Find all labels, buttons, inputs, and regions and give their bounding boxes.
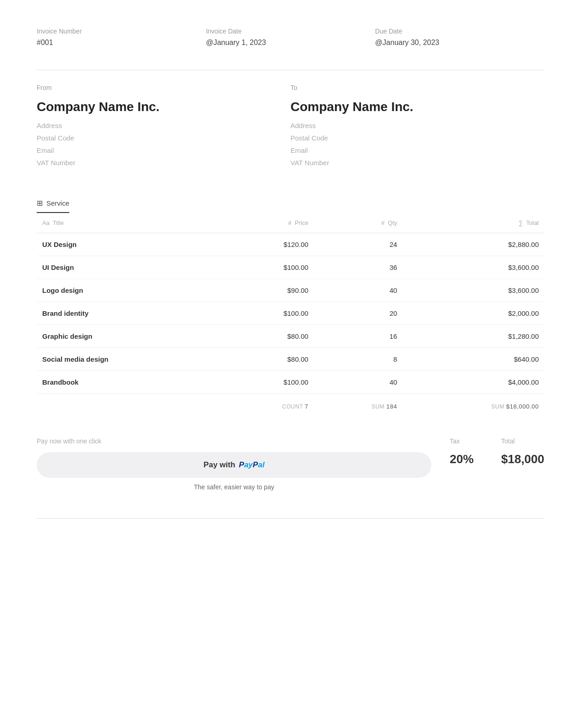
cell-price: $100.00	[223, 302, 314, 325]
table-row: Social media design $80.00 8 $640.00	[37, 348, 544, 371]
from-col: From Company Name Inc. Address Postal Co…	[37, 84, 290, 171]
cell-total: $640.00	[402, 348, 544, 371]
table-row: Brand identity $100.00 20 $2,000.00	[37, 302, 544, 325]
paypal-logo: PayPal	[239, 460, 265, 470]
col-price: # Price	[223, 213, 314, 233]
invoice-number-col: Invoice Number #001	[37, 28, 206, 47]
to-vat: VAT Number	[290, 159, 544, 167]
from-address: Address	[37, 122, 290, 129]
cell-total: $3,600.00	[402, 256, 544, 279]
cell-total: $4,000.00	[402, 371, 544, 394]
cell-qty: 16	[314, 325, 402, 348]
col-title: Aa Title	[37, 213, 223, 233]
header-divider	[37, 70, 544, 70]
cell-price: $100.00	[223, 371, 314, 394]
total-col: Total $18,000	[501, 437, 544, 466]
cell-qty: 8	[314, 348, 402, 371]
cell-title: UI Design	[37, 256, 223, 279]
cell-qty: 20	[314, 302, 402, 325]
cell-total: $2,000.00	[402, 302, 544, 325]
cell-qty: 40	[314, 371, 402, 394]
payment-left: Pay now with one click Pay with PayPal T…	[37, 437, 431, 491]
cell-title: Graphic design	[37, 325, 223, 348]
summary-row: COUNT 7 SUM 184 SUM $18,000.00	[37, 394, 544, 415]
paypal-button[interactable]: Pay with PayPal	[37, 452, 431, 478]
summary-qty: SUM 184	[314, 394, 402, 415]
cell-total: $2,880.00	[402, 233, 544, 256]
summary-empty	[37, 394, 223, 415]
payment-label: Pay now with one click	[37, 437, 431, 445]
payment-section: Pay now with one click Pay with PayPal T…	[37, 437, 544, 491]
from-vat: VAT Number	[37, 159, 290, 167]
invoice-due-label: Due Date	[375, 28, 544, 35]
to-address: Address	[290, 122, 544, 129]
service-table: Aa Title # Price # Qty ∑ Total UX Design…	[37, 213, 544, 414]
service-tab-label: Service	[46, 199, 69, 207]
cell-price: $80.00	[223, 348, 314, 371]
invoice-number-value: #001	[37, 39, 206, 47]
pay-with-text: Pay with	[204, 460, 235, 470]
to-email: Email	[290, 146, 544, 154]
table-icon: ⊞	[37, 199, 43, 207]
to-postal: Postal Code	[290, 134, 544, 142]
cell-total: $3,600.00	[402, 279, 544, 302]
to-company-name: Company Name Inc.	[290, 100, 544, 114]
summary-count: COUNT 7	[223, 394, 314, 415]
cell-title: Brand identity	[37, 302, 223, 325]
tax-label: Tax	[450, 437, 474, 445]
cell-price: $120.00	[223, 233, 314, 256]
service-tab: ⊞ Service	[37, 199, 69, 213]
invoice-number-label: Invoice Number	[37, 28, 206, 35]
payment-right: Tax 20% Total $18,000	[450, 437, 544, 466]
total-label: Total	[501, 437, 544, 445]
tax-value: 20%	[450, 452, 474, 466]
from-email: Email	[37, 146, 290, 154]
cell-price: $100.00	[223, 256, 314, 279]
cell-price: $90.00	[223, 279, 314, 302]
cell-title: UX Design	[37, 233, 223, 256]
invoice-date-value: @January 1, 2023	[206, 39, 375, 47]
cell-total: $1,280.00	[402, 325, 544, 348]
cell-price: $80.00	[223, 325, 314, 348]
table-header-row: Aa Title # Price # Qty ∑ Total	[37, 213, 544, 233]
table-row: Brandbook $100.00 40 $4,000.00	[37, 371, 544, 394]
table-row: Graphic design $80.00 16 $1,280.00	[37, 325, 544, 348]
col-total: ∑ Total	[402, 213, 544, 233]
to-label: To	[290, 84, 544, 91]
total-value: $18,000	[501, 452, 544, 466]
cell-title: Logo design	[37, 279, 223, 302]
to-col: To Company Name Inc. Address Postal Code…	[290, 84, 544, 171]
table-row: UX Design $120.00 24 $2,880.00	[37, 233, 544, 256]
from-postal: Postal Code	[37, 134, 290, 142]
table-row: Logo design $90.00 40 $3,600.00	[37, 279, 544, 302]
cell-qty: 40	[314, 279, 402, 302]
invoice-date-col: Invoice Date @January 1, 2023	[206, 28, 375, 47]
invoice-due-value: @January 30, 2023	[375, 39, 544, 47]
cell-title: Social media design	[37, 348, 223, 371]
table-row: UI Design $100.00 36 $3,600.00	[37, 256, 544, 279]
paypal-subtitle: The safer, easier way to pay	[37, 483, 431, 491]
cell-qty: 36	[314, 256, 402, 279]
from-to-section: From Company Name Inc. Address Postal Co…	[37, 84, 544, 171]
invoice-header: Invoice Number #001 Invoice Date @Januar…	[37, 28, 544, 47]
invoice-date-label: Invoice Date	[206, 28, 375, 35]
summary-total: SUM $18,000.00	[402, 394, 544, 415]
col-qty: # Qty	[314, 213, 402, 233]
service-section: ⊞ Service Aa Title # Price # Qty ∑ Total…	[37, 199, 544, 414]
from-company-name: Company Name Inc.	[37, 100, 290, 114]
tax-col: Tax 20%	[450, 437, 474, 466]
bottom-divider	[37, 518, 544, 519]
cell-qty: 24	[314, 233, 402, 256]
invoice-due-col: Due Date @January 30, 2023	[375, 28, 544, 47]
cell-title: Brandbook	[37, 371, 223, 394]
from-label: From	[37, 84, 290, 91]
